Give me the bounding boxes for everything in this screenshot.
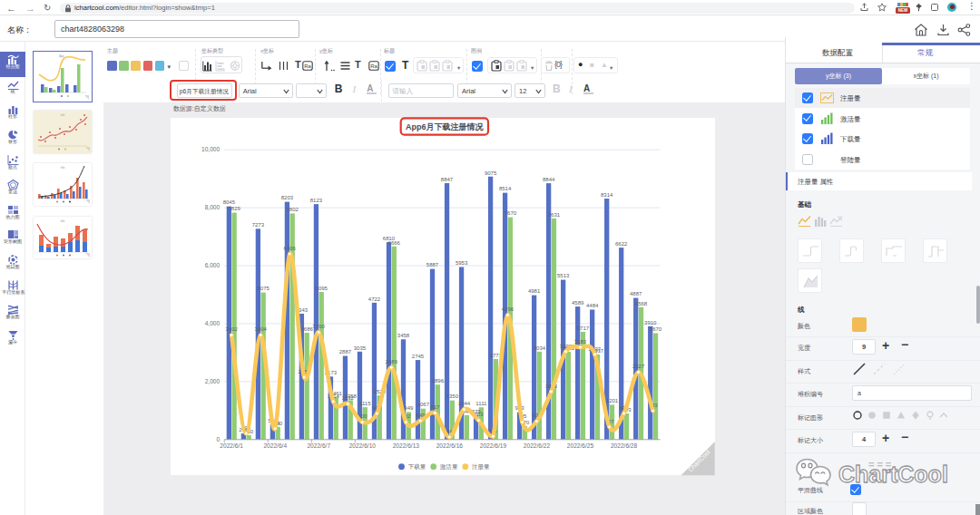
svg-text:1115: 1115 [359,401,371,406]
svg-text:2,000: 2,000 [205,378,220,384]
svg-text:7670: 7670 [505,210,517,216]
svg-text:917: 917 [430,404,440,410]
svg-text:2022/6/4: 2022/6/4 [263,442,287,449]
svg-text:2022/6/25: 2022/6/25 [567,442,594,449]
svg-text:3035: 3035 [354,345,367,351]
svg-text:7802: 7802 [287,207,299,212]
svg-text:3602: 3602 [226,326,239,332]
svg-text:4722: 4722 [368,296,381,302]
svg-text:2022/6/13: 2022/6/13 [393,442,420,449]
svg-text:5095: 5095 [316,286,328,291]
svg-text:7829: 7829 [228,206,240,211]
svg-text:8847: 8847 [441,177,454,182]
svg-text:2022/6/16: 2022/6/16 [436,442,464,449]
svg-text:8203: 8203 [281,195,294,200]
svg-text:4568: 4568 [635,301,648,306]
svg-text:4887: 4887 [630,291,642,296]
svg-text:2489: 2489 [386,359,398,364]
svg-text:8314: 8314 [601,192,613,198]
svg-text:2022/6/19: 2022/6/19 [480,442,507,449]
svg-text:949: 949 [404,405,414,411]
svg-text:2887: 2887 [339,349,352,355]
svg-text:4296: 4296 [502,306,514,312]
svg-text:4,000: 4,000 [205,320,220,326]
svg-text:5953: 5953 [456,260,468,266]
svg-text:2022/6/28: 2022/6/28 [611,442,638,449]
svg-text:7273: 7273 [252,222,265,228]
svg-text:1232: 1232 [342,395,355,401]
svg-text:1201: 1201 [606,398,619,403]
svg-text:8123: 8123 [310,198,323,203]
svg-text:3183: 3183 [574,339,587,345]
svg-text:2022/6/22: 2022/6/22 [524,442,551,449]
svg-text:6406: 6406 [284,246,297,251]
svg-text:3034: 3034 [534,345,546,351]
svg-text:App6月下载注册情况: App6月下载注册情况 [406,122,485,131]
svg-text:1896: 1896 [432,378,445,384]
svg-text:3910: 3910 [644,320,657,326]
svg-text:10,000: 10,000 [201,146,220,152]
svg-text:2022/6/10: 2022/6/10 [349,442,377,449]
svg-text:1044: 1044 [458,401,471,406]
svg-text:1350: 1350 [446,394,459,399]
svg-text:8844: 8844 [543,177,555,182]
svg-text:3717: 3717 [577,326,590,331]
svg-text:7631: 7631 [548,212,561,218]
svg-text:3458: 3458 [397,333,410,338]
svg-text:3686: 3686 [301,326,314,332]
svg-text:8514: 8514 [499,186,512,191]
svg-text:4589: 4589 [572,300,584,306]
svg-text:5075: 5075 [258,286,270,291]
svg-text:1067: 1067 [417,402,430,407]
svg-text:9075: 9075 [485,170,497,176]
svg-text:5887: 5887 [426,262,439,267]
svg-text:下载量: 下载量 [408,463,426,470]
svg-text:3700: 3700 [313,324,326,329]
svg-text:注册量: 注册量 [472,463,490,471]
svg-text:3604: 3604 [255,326,268,332]
svg-text:1111: 1111 [475,401,487,406]
svg-text:8045: 8045 [223,199,236,205]
svg-text:5513: 5513 [557,273,570,278]
svg-text:4484: 4484 [586,303,599,308]
svg-text:8,000: 8,000 [205,204,220,210]
svg-text:4981: 4981 [528,288,541,294]
svg-text:2327: 2327 [632,364,645,369]
svg-text:2745: 2745 [412,354,425,359]
svg-text:2022/6/1: 2022/6/1 [220,442,243,449]
svg-text:0: 0 [217,436,220,442]
svg-text:3670: 3670 [650,326,662,332]
svg-text:6,000: 6,000 [205,262,220,268]
svg-text:6666: 6666 [388,240,401,246]
svg-text:激活量: 激活量 [440,463,458,471]
svg-text:6622: 6622 [615,241,628,247]
svg-text:2022/6/7: 2022/6/7 [307,442,330,449]
